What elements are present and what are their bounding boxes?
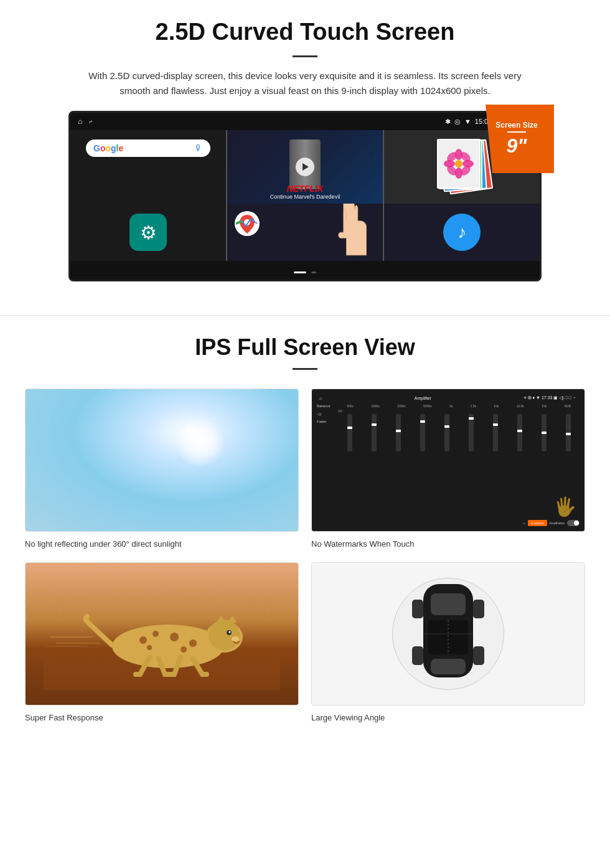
svg-rect-33 <box>431 659 466 674</box>
amp-sliders <box>338 414 580 451</box>
amp-slider-handle-6 <box>469 417 474 420</box>
app-cell-settings[interactable]: ⚙ Settings shortcut 1 × 1 <box>70 204 226 261</box>
amp-slider-1[interactable] <box>347 414 352 451</box>
wifi-icon: ▼ <box>464 118 471 125</box>
amp-bottom-bar: ‹‹ Custom loudness <box>317 520 580 526</box>
section2-underline <box>293 368 317 370</box>
amplifier-image: ⌂ Amplifier ≡ ⊞ ♦ ▼ 17:33 ▣ ◁) □ □ ← Bal… <box>311 389 585 532</box>
svg-rect-31 <box>431 593 466 615</box>
svg-point-19 <box>181 646 187 653</box>
sunlight-caption: No light reflecting under 360° direct su… <box>25 538 299 550</box>
amp-title: Amplifier <box>415 396 431 400</box>
section1-description: With 2.5D curved-display screen, this de… <box>87 68 523 98</box>
sound-cell-content: ♪ <box>384 204 540 261</box>
maps-icon <box>233 210 261 237</box>
app-grid-row2: ⚙ Settings shortcut 1 × 1 <box>70 204 540 261</box>
netflix-play-button[interactable] <box>296 158 314 176</box>
amp-bars-area: 60hz100hz200hz500hz1k2.5k10k12.5k15kSUB … <box>338 404 580 517</box>
svg-rect-37 <box>473 646 484 665</box>
netflix-cell-content: NETFLIX Continue Marvel's Daredevil <box>227 130 383 204</box>
amp-slider-handle-9 <box>542 432 547 434</box>
pagination-dot-active <box>294 271 306 273</box>
feature-car: Large Viewing Angle <box>311 562 585 724</box>
amp-content: Balance ◁) Fader 60hz100hz200hz500hz1k2.… <box>317 404 580 517</box>
amp-slider-handle-1 <box>347 427 352 429</box>
settings-icon-bg: ⚙ <box>129 214 167 251</box>
section2: IPS Full Screen View No light reflecting… <box>0 334 610 748</box>
gps-icon: ◎ <box>454 118 461 126</box>
svg-point-15 <box>152 631 159 637</box>
sunlight-image <box>25 389 299 532</box>
amp-slider-8[interactable] <box>517 414 522 451</box>
amp-slider-9[interactable] <box>542 414 547 451</box>
app-cell-share-location[interactable]: Share location 1 × 1 <box>227 204 383 261</box>
settings-cell-content: ⚙ <box>70 204 226 261</box>
svg-point-16 <box>170 633 179 641</box>
amp-slider-handle-2 <box>372 423 377 426</box>
app-cell-sound-search[interactable]: ♪ Sound Search 1 × 1 <box>384 204 540 261</box>
svg-point-21 <box>209 620 240 651</box>
amp-slider-3[interactable] <box>396 414 401 451</box>
amp-slider-4[interactable] <box>420 414 425 451</box>
svg-point-25 <box>229 631 231 633</box>
car-image <box>311 562 585 705</box>
bluetooth-icon: ✱ <box>445 118 451 126</box>
svg-point-0 <box>455 160 462 167</box>
google-search-bar[interactable]: Google 🎙 <box>86 139 210 157</box>
section1: 2.5D Curved Touch Screen With 2.5D curve… <box>0 0 610 296</box>
feature-sunlight: No light reflecting under 360° direct su… <box>25 389 299 550</box>
share-cell-content <box>227 204 383 261</box>
hand-on-screen-icon: 🖐 <box>553 496 576 517</box>
svg-rect-35 <box>412 646 423 665</box>
amp-label-balance: Balance <box>317 404 336 408</box>
amp-custom-button[interactable]: Custom <box>528 520 547 526</box>
pagination-dot <box>311 271 316 273</box>
svg-point-18 <box>147 645 152 650</box>
home-icon[interactable]: ⌂ <box>78 117 82 126</box>
cheetah-image <box>25 562 299 705</box>
amp-slider-handle-8 <box>517 430 522 432</box>
amp-slider-handle-7 <box>493 423 498 426</box>
photo-main <box>437 139 481 189</box>
amp-slider-6[interactable] <box>469 414 474 451</box>
cheetah-svg <box>44 578 280 690</box>
car-visual <box>312 563 584 705</box>
car-caption: Large Viewing Angle <box>311 712 585 724</box>
amp-slider-7[interactable] <box>493 414 498 451</box>
photo-stack <box>437 139 487 195</box>
svg-marker-22 <box>217 615 225 623</box>
netflix-bg: NETFLIX Continue Marvel's Daredevil <box>227 130 383 204</box>
amp-loudness-label: loudness <box>550 521 565 525</box>
amp-slider-handle-3 <box>396 430 401 432</box>
amp-label-fader: Fader <box>317 420 336 423</box>
loudness-toggle[interactable] <box>567 520 580 526</box>
badge-title: Screen Size <box>495 121 537 130</box>
amp-icons: ≡ ⊞ ♦ ▼ 17:33 ▣ ◁) □ □ ← <box>524 395 577 400</box>
app-cell-google[interactable]: Google 🎙 Google 3 × 1 <box>70 130 226 204</box>
amp-slider-5[interactable] <box>444 414 449 451</box>
amp-slider-2[interactable] <box>372 414 377 451</box>
netflix-logo: NETFLIX <box>232 184 378 194</box>
amp-time: 17:33 <box>542 395 553 400</box>
status-bar-left: ⌂ ⌿ <box>78 117 93 126</box>
svg-rect-34 <box>412 600 423 618</box>
amp-slider-10[interactable] <box>566 414 571 451</box>
microphone-icon[interactable]: 🎙 <box>194 143 203 153</box>
screen-size-badge: Screen Size 9" <box>486 105 554 173</box>
sun-rays <box>176 418 225 468</box>
amp-slider-handle-4 <box>420 420 425 423</box>
hand-pointing-icon <box>333 204 380 261</box>
toggle-handle <box>574 521 579 526</box>
feature-amplifier: ⌂ Amplifier ≡ ⊞ ♦ ▼ 17:33 ▣ ◁) □ □ ← Bal… <box>311 389 585 550</box>
amp-label-speaker: ◁) <box>317 412 336 416</box>
gear-icon: ⚙ <box>140 222 157 243</box>
svg-point-26 <box>232 636 239 641</box>
cheetah-visual <box>26 563 298 705</box>
car-top-view-svg <box>398 572 498 696</box>
app-cell-netflix[interactable]: NETFLIX Continue Marvel's Daredevil Netf… <box>227 130 383 204</box>
netflix-overlay: NETFLIX Continue Marvel's Daredevil <box>227 180 383 204</box>
amp-nav-left[interactable]: ‹‹ <box>523 521 525 525</box>
amp-freq-labels: 60hz100hz200hz500hz1k2.5k10k12.5k15kSUB <box>338 404 580 408</box>
google-logo: Google <box>93 143 123 153</box>
sound-search-icon-bg: ♪ <box>443 214 481 251</box>
